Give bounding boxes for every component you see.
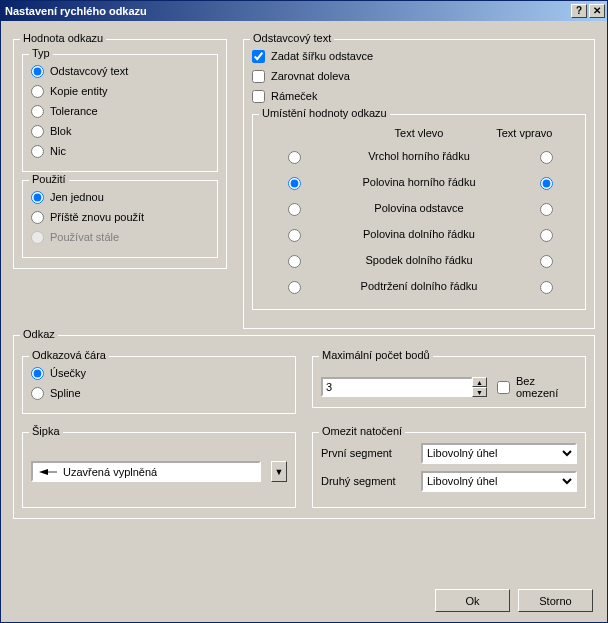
radio-pouziti-stale: Používat stále [31, 227, 209, 247]
check-zadat-sirku[interactable]: Zadat šířku odstavce [252, 46, 586, 66]
group-pouziti: Použití Jen jednou Příště znovu použít P… [22, 180, 218, 258]
ok-button[interactable]: Ok [435, 589, 510, 612]
group-title: Typ [29, 47, 53, 59]
radio-spline[interactable]: Spline [31, 383, 287, 403]
radio-left[interactable] [288, 203, 301, 216]
umisteni-row: Podtržení dolního řádku [261, 273, 577, 299]
arrow-combo[interactable]: Uzavřená vyplněná [31, 461, 261, 482]
group-max-bodu: Maximální počet bodů ▲ ▼ Bez omezení [312, 356, 586, 408]
close-button[interactable]: ✕ [589, 4, 605, 18]
group-title: Odkazová čára [29, 349, 109, 361]
check-bez-omezeni[interactable]: Bez omezení [497, 377, 577, 397]
select-druhy-segment[interactable]: Libovolný úhel [421, 471, 577, 492]
label-druhy-segment: Druhý segment [321, 475, 411, 487]
arrow-dropdown-button[interactable]: ▼ [271, 461, 287, 482]
radio-left[interactable] [288, 151, 301, 164]
dialog-body: Hodnota odkazu Typ Odstavcový text Kopie… [1, 21, 607, 622]
radio-right[interactable] [540, 281, 553, 294]
group-title: Použití [29, 173, 69, 185]
group-umisteni: Umístění hodnoty odkazu Text vlevo Text … [252, 114, 586, 310]
group-title: Maximální počet bodů [319, 349, 433, 361]
umisteni-row: Polovina horního řádku [261, 169, 577, 195]
group-title: Odkaz [20, 328, 58, 340]
svg-marker-1 [39, 469, 48, 475]
group-sipka: Šipka Uzavřená vyplněná ▼ [22, 432, 296, 508]
label-prvni-segment: První segment [321, 447, 411, 459]
group-hodnota-odkazu: Hodnota odkazu Typ Odstavcový text Kopie… [13, 39, 227, 269]
group-title: Hodnota odkazu [20, 32, 106, 44]
radio-right[interactable] [540, 255, 553, 268]
radio-left[interactable] [288, 255, 301, 268]
select-prvni-segment[interactable]: Libovolný úhel [421, 443, 577, 464]
radio-typ-odstavcovy[interactable]: Odstavcový text [31, 61, 209, 81]
group-title: Umístění hodnoty odkazu [259, 107, 390, 119]
help-button[interactable]: ? [571, 4, 587, 18]
umisteni-header: Text vlevo Text vpravo [261, 121, 577, 143]
group-omezit: Omezit natočení První segment Libovolný … [312, 432, 586, 508]
col-text-vpravo: Text vpravo [472, 121, 577, 143]
arrow-icon [39, 466, 57, 478]
radio-right[interactable] [540, 177, 553, 190]
radio-pouziti-znovu[interactable]: Příště znovu použít [31, 207, 209, 227]
group-title: Odstavcový text [250, 32, 334, 44]
cancel-button[interactable]: Storno [518, 589, 593, 612]
spin-up[interactable]: ▲ [472, 377, 487, 387]
radio-pouziti-jednou[interactable]: Jen jednou [31, 187, 209, 207]
radio-usecky[interactable]: Úsečky [31, 363, 287, 383]
col-text-vlevo: Text vlevo [366, 121, 471, 143]
dialog-title: Nastavení rychlého odkazu [5, 5, 569, 17]
group-odkazova-cara: Odkazová čára Úsečky Spline [22, 356, 296, 414]
umisteni-row: Polovina dolního řádku [261, 221, 577, 247]
group-title: Šipka [29, 425, 63, 437]
radio-typ-nic[interactable]: Nic [31, 141, 209, 161]
titlebar: Nastavení rychlého odkazu ? ✕ [1, 1, 607, 21]
radio-left[interactable] [288, 177, 301, 190]
button-row: Ok Storno [13, 579, 595, 612]
max-points-spinner: ▲ ▼ [321, 377, 487, 397]
radio-right[interactable] [540, 203, 553, 216]
umisteni-row: Vrchol horního řádku [261, 143, 577, 169]
umisteni-row: Polovina odstavce [261, 195, 577, 221]
max-points-input[interactable] [321, 377, 473, 397]
radio-typ-blok[interactable]: Blok [31, 121, 209, 141]
radio-right[interactable] [540, 151, 553, 164]
spin-down[interactable]: ▼ [472, 387, 487, 397]
check-zarovnat[interactable]: Zarovnat doleva [252, 66, 586, 86]
group-odkaz: Odkaz Odkazová čára Úsečky Spline Maximá… [13, 335, 595, 519]
dialog-window: Nastavení rychlého odkazu ? ✕ Hodnota od… [0, 0, 608, 623]
check-ramecek[interactable]: Rámeček [252, 86, 586, 106]
arrow-label: Uzavřená vyplněná [63, 466, 157, 478]
group-odstavcovy-text: Odstavcový text Zadat šířku odstavce Zar… [243, 39, 595, 329]
radio-typ-tolerance[interactable]: Tolerance [31, 101, 209, 121]
radio-typ-kopie[interactable]: Kopie entity [31, 81, 209, 101]
radio-left[interactable] [288, 229, 301, 242]
group-title: Omezit natočení [319, 425, 405, 437]
radio-left[interactable] [288, 281, 301, 294]
radio-right[interactable] [540, 229, 553, 242]
umisteni-row: Spodek dolního řádku [261, 247, 577, 273]
group-typ: Typ Odstavcový text Kopie entity Toleran… [22, 54, 218, 172]
